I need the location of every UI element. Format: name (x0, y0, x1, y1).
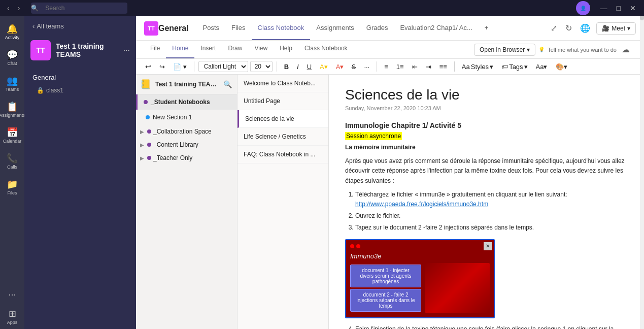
ribbon-tabs: File Home Insert Draw View Help Class No… (136, 41, 644, 59)
ribbon-toolbar: ↩ ↪ 📄 ▾ Calibri Light 20 B I U A▾ A▾ (136, 59, 644, 74)
immuno-link[interactable]: http://www.ppaeda.free.fr/logiciels/immu… (355, 201, 488, 208)
decrease-indent-button[interactable]: ⇤ (409, 61, 421, 72)
tags-button[interactable]: 🏷 Tags ▾ (498, 61, 530, 72)
ribbon-tab-home[interactable]: Home (166, 41, 194, 58)
immuno-close-button[interactable]: ✕ (484, 242, 492, 250)
sidebar-item-chat[interactable]: 💬 Chat (0, 46, 24, 70)
bullets-button[interactable]: ≡ (381, 61, 391, 72)
font-size-select[interactable]: 20 (250, 61, 273, 72)
separator-1 (194, 61, 194, 72)
styles-icon: Aa (462, 63, 470, 71)
section-content-library[interactable]: ▶ _Content Library (136, 138, 237, 151)
tab-posts[interactable]: Posts (197, 16, 226, 40)
ribbon-tab-classnotebook[interactable]: Class Notebook (298, 41, 354, 58)
cloud-save-button[interactable]: ☁ (620, 43, 632, 56)
minimize-button[interactable]: — (596, 3, 612, 13)
highlight-button[interactable]: A▾ (317, 61, 331, 72)
ribbon-tab-insert[interactable]: Insert (194, 41, 222, 58)
paragraph1: Après que vous avez pris comment se déro… (345, 156, 628, 186)
align-button[interactable]: ≡≡ (436, 61, 450, 72)
numbering-button[interactable]: 1≡ (393, 61, 407, 72)
ribbon-tab-draw[interactable]: Draw (222, 41, 248, 58)
section-collaboration[interactable]: ▶ _Collaboration Space (136, 125, 237, 138)
search-icon: 🔍 (31, 5, 39, 12)
tab-class-notebook[interactable]: Class Notebook (252, 16, 311, 40)
tell-me-text[interactable]: Tell me what you want to do (548, 47, 617, 53)
steps-list-2: Faire l'injection de la toxine tétanique… (345, 324, 628, 330)
undo-button[interactable]: ↩ (142, 61, 154, 72)
sidebar-item-files[interactable]: 📁 Files (0, 176, 24, 200)
apps-icon: ⊞ (9, 309, 16, 318)
page-sciences[interactable]: Sciences de la vie (238, 110, 328, 128)
team-options-button[interactable]: ··· (123, 46, 130, 55)
page-untitled[interactable]: Untitled Page (238, 92, 328, 110)
ribbon-tab-help[interactable]: Help (274, 41, 298, 58)
sidebar-item-more[interactable]: ··· (0, 286, 24, 303)
open-browser-button[interactable]: Open in Browser ▾ (474, 44, 535, 56)
tab-assignments[interactable]: Assignments (310, 16, 360, 40)
channel-general[interactable]: General (24, 71, 136, 84)
forward-button[interactable]: › (15, 3, 23, 13)
chat-icon: 💬 (7, 50, 18, 59)
ribbon-tab-file[interactable]: File (144, 41, 166, 58)
scrollbar-track[interactable] (640, 75, 644, 329)
meet-button[interactable]: 🎥 Meet ▾ (596, 22, 636, 35)
ribbon-tab-view[interactable]: View (248, 41, 274, 58)
format-button[interactable]: 🎨▾ (553, 61, 570, 72)
search-input[interactable] (31, 3, 127, 14)
refresh-button[interactable]: ↻ (563, 21, 574, 35)
channel-list: General 🔒 class1 (24, 67, 136, 329)
section-search-button[interactable]: 🔍 (222, 79, 233, 89)
redo-button[interactable]: ↪ (156, 61, 168, 72)
sidebar-item-apps[interactable]: ⊞ Apps (0, 305, 24, 329)
section-panel: 📒 Test 1 training TEAMS Notebook 🔍 _Stud… (136, 75, 238, 329)
page-format-button[interactable]: 📄 ▾ (170, 61, 190, 72)
bold-button[interactable]: B (281, 61, 292, 72)
channel-class1[interactable]: 🔒 class1 (24, 84, 136, 96)
immuno-image: ✕ Immuno3e document 1 - injecter divers … (345, 239, 495, 318)
sidebar-item-activity[interactable]: 🔔 Activity (0, 20, 24, 44)
sidebar-item-calendar[interactable]: 📅 Calendar (0, 124, 24, 148)
sidebar-item-teams[interactable]: 👥 Teams (0, 72, 24, 96)
more-format-button[interactable]: ··· (361, 61, 372, 72)
subheading: La mémoire immunitaire (345, 143, 628, 152)
styles-button[interactable]: Aa Styles ▾ (459, 61, 496, 72)
sidebar-item-assignments[interactable]: 📋 Assignments (0, 98, 24, 122)
strikethrough-button[interactable]: S̶ (349, 61, 359, 72)
content-area: Sciences de la vie Sunday, November 22, … (329, 75, 644, 329)
student-notebooks-dot (144, 100, 148, 104)
teacher-dot (147, 156, 151, 160)
open-chevron-icon: ▾ (527, 46, 530, 53)
expand-button[interactable]: ⤢ (549, 21, 559, 35)
tab-add[interactable]: + (479, 16, 495, 40)
separator-2 (277, 61, 277, 72)
font-color-button[interactable]: A▾ (333, 61, 347, 72)
close-button[interactable]: ✕ (626, 3, 640, 13)
underline-button[interactable]: U (304, 61, 315, 72)
page-life-science[interactable]: Life Science / Genetics (238, 128, 328, 146)
immuno-btn-1[interactable]: document 1 - injecter divers sérum et ag… (350, 265, 421, 287)
section-new-section[interactable]: New Section 1 (136, 110, 237, 125)
immuno-dot-2 (356, 244, 360, 248)
collab-arrow-icon: ▶ (140, 129, 144, 135)
all-teams-button[interactable]: ‹ All teams (32, 22, 64, 30)
maximize-button[interactable]: □ (613, 3, 625, 13)
video-icon: 🎥 (602, 25, 609, 32)
section-teacher-only[interactable]: ▶ _Teacher Only (136, 151, 237, 164)
team-panel: ‹ All teams TT Test 1 training TEAMS ···… (24, 16, 136, 329)
globe-button[interactable]: 🌐 (578, 21, 592, 35)
section-student-notebooks[interactable]: _Student Notebooks (136, 94, 237, 110)
lang-button[interactable]: Aa▾ (533, 61, 551, 72)
increase-indent-button[interactable]: ⇥ (423, 61, 434, 72)
sidebar-item-calls[interactable]: 📞 Calls (0, 150, 24, 174)
tab-grades[interactable]: Grades (360, 16, 394, 40)
page-faq[interactable]: FAQ: Class Notebook in ... (238, 146, 328, 163)
notebook-icon: 📒 (140, 79, 151, 90)
font-family-select[interactable]: Calibri Light (198, 61, 248, 72)
back-button[interactable]: ‹ (4, 3, 13, 13)
italic-button[interactable]: I (294, 61, 302, 72)
tab-files[interactable]: Files (225, 16, 251, 40)
tab-evaluation[interactable]: Evaluation2 Chap1/ Ac... (394, 16, 478, 40)
immuno-btn-2[interactable]: document 2 - faire 2 injections séparés … (350, 289, 421, 312)
page-welcome[interactable]: Welcome to Class Noteb... (238, 75, 328, 92)
